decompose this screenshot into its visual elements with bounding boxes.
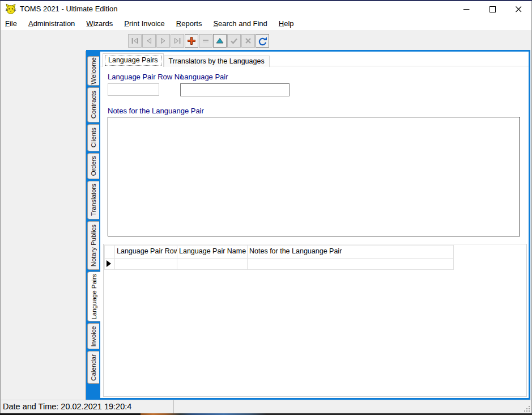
insert-plus-icon <box>185 35 198 47</box>
sidebar-tab-language-pairs[interactable]: Language Pairs <box>87 272 100 321</box>
first-record-button[interactable] <box>128 34 142 48</box>
sidebar-tab-contracts[interactable]: Contracts <box>87 87 99 122</box>
sidebar-tab-invoice[interactable]: Invoice <box>87 323 99 349</box>
statusbar: Date and Time: 20.02.2021 19:20:4 <box>1 400 531 413</box>
insert-record-button[interactable] <box>185 34 198 48</box>
titlebar: TOMS 2021 - Ultimate Edition <box>1 1 531 17</box>
refresh-arrow-icon <box>256 35 269 47</box>
maximize-icon <box>479 1 505 17</box>
grid-row[interactable] <box>105 259 454 270</box>
menu-wizards[interactable]: Wizards <box>80 17 118 30</box>
prior-record-icon <box>143 35 155 47</box>
tab-translators-by-languages[interactable]: Trranslators by the Languages <box>164 56 270 67</box>
sidebar-tab-translators[interactable]: Translators <box>87 181 99 219</box>
sidebar-tab-notary-publics[interactable]: Notary Publics <box>87 221 99 270</box>
left-panel <box>1 51 86 400</box>
language-pairs-grid[interactable]: Language Pair Row No Language Pair Name … <box>104 245 454 270</box>
cancel-edit-button[interactable] <box>241 34 255 48</box>
window-top-border <box>0 0 532 1</box>
language-pairs-page: Language Pairs Trranslators by the Langu… <box>100 52 529 398</box>
grid-cell-pair-name[interactable] <box>177 259 248 270</box>
grid-cell-notes[interactable] <box>248 259 454 270</box>
notes-memo[interactable] <box>108 117 520 236</box>
edit-record-button[interactable] <box>213 34 227 48</box>
db-navigator <box>128 34 269 48</box>
delete-minus-icon <box>199 35 212 47</box>
grid-col-row-no: Language Pair Row No <box>115 245 177 259</box>
row-no-label: Language Pair Row No <box>108 73 184 81</box>
last-record-icon <box>171 35 184 47</box>
grid-header-row: Language Pair Row No Language Pair Name … <box>105 245 454 259</box>
next-record-button[interactable] <box>156 34 170 48</box>
grid-indicator-header-cell <box>105 245 115 259</box>
language-pair-input[interactable] <box>180 83 290 96</box>
close-button[interactable] <box>505 1 531 17</box>
refresh-records-button[interactable] <box>256 34 269 48</box>
menu-file[interactable]: File <box>1 17 23 30</box>
post-edit-button[interactable] <box>227 34 241 48</box>
content-tabs: Language Pairs Trranslators by the Langu… <box>103 53 270 67</box>
current-row-indicator-icon <box>107 260 111 267</box>
window-title: TOMS 2021 - Ultimate Edition <box>20 1 117 17</box>
grid-cell-row-no[interactable] <box>115 259 177 270</box>
sidebar-tab-welcome[interactable]: Welcome <box>87 56 99 86</box>
delete-record-button[interactable] <box>199 34 212 48</box>
sidebar-tab-orders[interactable]: Orders <box>87 153 99 179</box>
post-check-icon <box>228 35 240 47</box>
page-control: Welcome Contracts Clients Orders Transla… <box>86 50 530 400</box>
tab-language-pairs[interactable]: Language Pairs <box>103 53 164 67</box>
sidebar-tab-clients[interactable]: Clients <box>87 124 99 151</box>
status-datetime: Date and Time: 20.02.2021 19:20:4 <box>1 400 174 413</box>
menu-print-invoice[interactable]: Print Invoice <box>118 17 171 30</box>
grid-col-pair-name: Language Pair Name <box>177 245 248 259</box>
notes-label: Notes for the Languange Pair <box>108 107 204 115</box>
cancel-x-icon <box>242 35 254 47</box>
next-record-icon <box>157 35 169 47</box>
prior-record-button[interactable] <box>142 34 156 48</box>
edit-triangle-icon <box>214 35 226 47</box>
close-icon <box>505 1 531 17</box>
menu-administration[interactable]: Administration <box>23 17 80 30</box>
sidebar-tabstrip: Welcome Contracts Clients Orders Transla… <box>86 52 100 398</box>
minimize-button[interactable] <box>453 1 479 17</box>
sidebar-tab-calendar[interactable]: Calendar <box>87 351 99 384</box>
menu-reports[interactable]: Reports <box>171 17 208 30</box>
language-pair-label: Language Pair <box>180 73 228 81</box>
first-record-icon <box>129 35 141 47</box>
window-controls <box>453 1 531 17</box>
maximize-button[interactable] <box>479 1 505 17</box>
menu-search-and-find[interactable]: Search and Find <box>207 17 273 30</box>
menubar: File Administration Wizards Print Invoic… <box>1 17 531 30</box>
toolbar <box>1 30 531 51</box>
app-cat-icon <box>5 3 16 15</box>
row-no-input[interactable] <box>108 83 159 96</box>
grid-indicator-cell <box>105 259 115 270</box>
menu-help[interactable]: Help <box>273 17 300 30</box>
minimize-icon <box>453 1 479 17</box>
grid-panel: Language Pair Row No Language Pair Name … <box>103 244 527 397</box>
resize-grip[interactable] <box>523 405 530 412</box>
grid-col-notes: Notes for the Languange Pair <box>248 245 454 259</box>
last-record-button[interactable] <box>171 34 184 48</box>
